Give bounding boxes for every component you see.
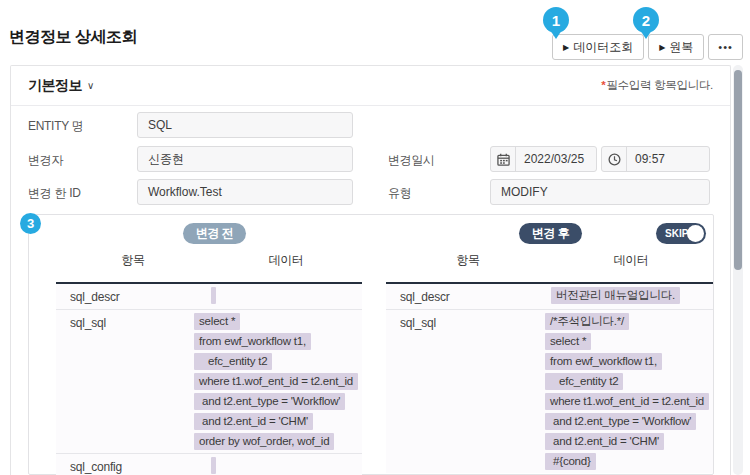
highlighted-value: /*주석입니다.*/ <box>545 313 629 330</box>
highlighted-value: #{cond} <box>545 453 596 470</box>
change-datetime-label: 변경일시 <box>388 152 435 169</box>
step-badge-1: 1 <box>543 7 569 33</box>
before-item-column-header: 항목 <box>121 252 144 269</box>
skip-toggle-knob[interactable] <box>687 225 704 242</box>
highlighted-value: and t2.ent_id = 'CHM' <box>545 433 664 450</box>
change-time-input[interactable]: 09:57 <box>601 146 710 172</box>
row-item-name: sql_descr <box>56 284 211 309</box>
table-row: sql_sql /*주석입니다.*/ select * from ewf_wor… <box>386 310 713 473</box>
highlighted-value: where t1.wof_ent_id = t2.ent_id <box>194 373 358 390</box>
required-star-icon: * <box>601 79 605 91</box>
row-data-cell <box>211 284 362 309</box>
ellipsis-icon: ••• <box>718 41 733 53</box>
chevron-down-icon[interactable]: ∨ <box>87 80 94 91</box>
play-icon: ▶ <box>659 43 665 52</box>
table-row: sql_sql select * from ewf_workflow t1, e… <box>56 310 362 454</box>
highlighted-value <box>211 287 216 304</box>
highlighted-value: select * <box>545 333 591 350</box>
highlighted-value: and t2.ent_type = 'Workflow' <box>545 413 696 430</box>
step-badge-3-number: 3 <box>27 216 34 231</box>
type-label: 유형 <box>388 185 411 202</box>
play-icon: ▶ <box>563 43 569 52</box>
vertical-scrollbar[interactable] <box>733 65 743 475</box>
calendar-icon[interactable] <box>491 147 516 171</box>
before-data-column-header: 데이터 <box>268 252 303 269</box>
type-input[interactable]: MODIFY <box>490 179 710 205</box>
row-item-name: sql_descr <box>386 284 551 309</box>
change-time-value[interactable]: 09:57 <box>627 147 709 171</box>
row-item-name: sql_sql <box>386 310 545 473</box>
clock-icon[interactable] <box>602 147 627 171</box>
after-change-table: sql_descr 버전관리 매뉴얼입니다. sql_sql /*주석입니다.*… <box>386 282 713 473</box>
highlighted-value <box>211 457 216 474</box>
highlighted-value: from ewf_workflow t1, <box>194 333 311 350</box>
table-row: sql_config <box>56 454 362 475</box>
data-query-button-label: 데이터조회 <box>573 39 633 56</box>
row-data-cell: 버전관리 매뉴얼입니다. <box>551 284 713 309</box>
skip-toggle[interactable]: SKIP <box>656 223 706 244</box>
step-badge-1-number: 1 <box>552 12 560 29</box>
change-date-input[interactable]: 2022/03/25 <box>490 146 597 172</box>
page-title: 변경정보 상세조회 <box>9 27 137 48</box>
before-change-pill: 변경 전 <box>183 223 246 244</box>
vertical-scrollbar-thumb[interactable] <box>734 70 742 270</box>
changed-id-label: 변경 한 ID <box>28 185 81 202</box>
required-note-text: 필수입력 항목입니다. <box>606 79 713 91</box>
entity-name-label: ENTITY 명 <box>28 118 83 135</box>
required-note: *필수입력 항목입니다. <box>601 78 713 93</box>
basic-info-header: 기본정보 ∨ *필수입력 항목입니다. <box>11 66 730 106</box>
row-data-cell: select * from ewf_workflow t1, efc_entit… <box>194 310 362 453</box>
highlighted-value: where t1.wof_ent_id = t2.ent_id <box>545 393 709 410</box>
after-data-column-header: 데이터 <box>613 252 648 269</box>
highlighted-value: 버전관리 매뉴얼입니다. <box>551 287 680 304</box>
highlighted-value: and t2.ent_id = 'CHM' <box>194 413 313 430</box>
section-title[interactable]: 기본정보 <box>28 77 82 95</box>
highlighted-value: from ewf_workflow t1, <box>545 353 662 370</box>
before-change-table: sql_descr sql_sql select * from ewf_work… <box>56 282 362 475</box>
restore-button-label: 원복 <box>669 39 693 56</box>
table-row: sql_descr <box>56 284 362 310</box>
compare-panel: 3 변경 전 변경 후 SKIP 항목 데이터 항목 데이터 sql_descr… <box>28 214 714 475</box>
step-badge-2: 2 <box>633 7 659 33</box>
row-item-name: sql_config <box>56 454 211 475</box>
data-query-button[interactable]: ▶ 데이터조회 <box>552 34 644 60</box>
entity-name-input[interactable]: SQL <box>137 112 353 138</box>
after-change-pill: 변경 후 <box>519 223 582 244</box>
skip-toggle-label: SKIP <box>665 228 688 239</box>
more-actions-button[interactable]: ••• <box>708 34 743 60</box>
restore-button[interactable]: ▶ 원복 <box>648 34 704 60</box>
row-item-name: sql_sql <box>56 310 194 453</box>
step-badge-2-number: 2 <box>642 12 650 29</box>
change-date-value[interactable]: 2022/03/25 <box>516 147 596 171</box>
changed-id-input[interactable]: Workflow.Test <box>137 179 353 205</box>
highlighted-value: efc_entity t2 <box>545 373 623 390</box>
row-data-cell: /*주석입니다.*/ select * from ewf_workflow t1… <box>545 310 713 473</box>
step-badge-3: 3 <box>20 213 41 234</box>
table-row: sql_descr 버전관리 매뉴얼입니다. <box>386 284 713 310</box>
row-data-cell <box>211 454 362 475</box>
highlighted-value: select * <box>194 313 240 330</box>
highlighted-value: and t2.ent_type = 'Workflow' <box>194 393 345 410</box>
changer-input[interactable]: 신종현 <box>137 146 353 172</box>
changer-label: 변경자 <box>28 152 63 169</box>
after-item-column-header: 항목 <box>456 252 479 269</box>
change-info-detail-screen: 변경정보 상세조회 1 2 ▶ 데이터조회 ▶ 원복 ••• 기본정보 ∨ *필… <box>0 0 750 475</box>
highlighted-value: order by wof_order, wof_id <box>194 433 334 450</box>
highlighted-value: efc_entity t2 <box>194 353 272 370</box>
